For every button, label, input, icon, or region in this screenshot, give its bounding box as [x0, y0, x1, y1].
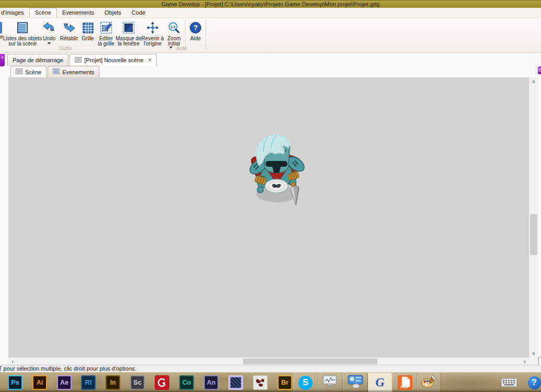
grid-icon	[82, 20, 94, 35]
help-icon: ?	[189, 20, 202, 35]
origin-crosshair-icon	[146, 20, 159, 35]
touch-keyboard-icon[interactable]	[501, 375, 517, 390]
scrollbar-corner	[529, 358, 538, 365]
taskbar-reflow-icon[interactable]: Rf	[81, 375, 96, 390]
undo-arrow-icon	[42, 20, 56, 35]
taskbar-monitor-button[interactable]	[318, 373, 342, 392]
taskbar-scout-icon[interactable]: Sc	[130, 375, 145, 390]
control-panel-icon	[347, 374, 364, 391]
scene-icon	[16, 68, 22, 75]
ribbon-group-help-label: Aide	[166, 45, 197, 51]
window-title-bar[interactable]: Game Develop - [Projet] C:\Users\nyaky\P…	[0, 0, 541, 8]
return-origin-button[interactable]: Revenir à l'origine	[141, 19, 164, 50]
ribbon-tab-objects[interactable]: Objets	[99, 8, 126, 17]
horizontal-scrollbar-thumb[interactable]	[243, 359, 377, 364]
scene-canvas[interactable]	[8, 77, 529, 358]
collapsed-panel-tab[interactable]: E	[538, 66, 541, 74]
taskbar-gdevelop-button[interactable]: G	[368, 373, 392, 392]
editor-sub-tab-bar: Scène Evenements	[10, 66, 100, 77]
paint-palette-icon	[421, 374, 438, 391]
status-bar: T pour sélection multiple, clic droit po…	[0, 365, 541, 372]
taskbar-inspect-icon[interactable]: In	[106, 375, 120, 390]
taskbar-aftereffects-icon[interactable]: Ae	[57, 375, 72, 390]
subtab-events[interactable]: Evenements	[48, 66, 99, 77]
scroll-right-icon[interactable]: ›	[521, 358, 529, 365]
workspace: × E Page de démarrage [Projet] Nouvelle …	[0, 53, 541, 365]
close-icon: ×	[1, 55, 4, 60]
subtab-scene[interactable]: Scène	[10, 66, 47, 77]
tab-project-scene[interactable]: [Projet] Nouvelle scène ×	[70, 54, 157, 66]
window-mask-button[interactable]: Masque de la fenêtre	[116, 19, 141, 50]
pdf-icon: PDF	[398, 375, 412, 390]
ribbon-tab-code[interactable]: Code	[126, 8, 151, 17]
skype-icon: S	[298, 376, 313, 390]
scroll-left-icon[interactable]: ‹	[8, 358, 17, 365]
tab-close-icon[interactable]: ×	[148, 57, 152, 63]
redo-arrow-icon	[62, 20, 76, 35]
taskbar-edgecode-icon[interactable]: Co	[179, 375, 194, 390]
ribbon-tab-scene[interactable]: Scène	[29, 8, 57, 18]
taskbar-animate-icon[interactable]: An	[204, 375, 218, 390]
tab-start-page[interactable]: Page de démarrage	[7, 54, 68, 66]
cut-off-icon	[0, 22, 2, 33]
taskbar-pdf-button[interactable]: PDF	[393, 373, 417, 392]
ribbon-toolbar: e Listes des objets sur la scène Undo Ré…	[0, 17, 541, 53]
ribbon-tab-events[interactable]: Evenements	[57, 8, 99, 17]
partial-ribbon-button[interactable]: e	[0, 19, 5, 50]
document-tab-bar: Page de démarrage [Projet] Nouvelle scèn…	[7, 54, 158, 66]
ribbon-tab-strip: d'images Scène Evenements Objets Code	[0, 8, 541, 17]
edit-grid-icon	[100, 20, 112, 35]
events-list-icon	[53, 68, 60, 75]
warrior-sprite[interactable]	[245, 131, 307, 209]
ribbon-group-tools-label: Outils	[47, 45, 84, 51]
undo-dropdown-arrow-icon[interactable]	[48, 42, 51, 44]
ribbon-separator	[205, 20, 206, 49]
taskbar-photoshop-icon[interactable]: Ps	[8, 375, 22, 390]
status-message: T pour sélection multiple, clic droit po…	[0, 365, 136, 372]
edit-grid-button[interactable]: Editer la grille	[96, 19, 116, 50]
objects-list-button[interactable]: Listes des objets sur la scène	[5, 19, 40, 50]
windows-taskbar: Ps Ai Ae Rf In Sc Co An Br S	[0, 372, 541, 392]
scroll-up-icon[interactable]: ∧	[529, 77, 538, 86]
taskbar-illustrator-icon[interactable]: Ai	[32, 375, 47, 390]
horizontal-scrollbar[interactable]: ‹ ›	[8, 358, 529, 365]
vertical-scrollbar-thumb[interactable]	[530, 214, 537, 255]
ribbon-separator	[185, 20, 186, 49]
ribbon-tab-images[interactable]: d'images	[0, 8, 29, 17]
docked-panel-close-tab[interactable]: ×	[0, 54, 5, 66]
svg-text:1:1: 1:1	[170, 25, 176, 29]
taskbar-control-panel-button[interactable]	[343, 373, 367, 392]
performance-monitor-icon	[322, 374, 339, 391]
taskbar-utility-icon[interactable]	[253, 375, 268, 390]
scene-file-icon	[75, 57, 82, 64]
taskbar-skype-button[interactable]: S	[293, 373, 318, 392]
taskbar-paint-button[interactable]	[417, 373, 441, 392]
taskbar-bridge-icon[interactable]: Br	[278, 375, 292, 390]
scroll-down-icon[interactable]: ∨	[529, 349, 538, 358]
zoom-1-1-icon: 1:1	[168, 20, 180, 35]
taskbar-help-icon[interactable]: ?	[527, 375, 541, 390]
taskbar-gaming-sdk-icon[interactable]	[228, 375, 243, 390]
object-list-icon	[16, 20, 29, 35]
taskbar-creative-cloud-icon[interactable]	[155, 375, 169, 390]
window-title: Game Develop - [Projet] C:\Users\nyaky\P…	[162, 1, 380, 7]
gdevelop-icon: G	[375, 376, 386, 389]
game-develop-window: Game Develop - [Projet] C:\Users\nyaky\P…	[0, 0, 541, 392]
window-mask-icon	[122, 20, 135, 35]
vertical-scrollbar[interactable]: ∧ ∨	[529, 77, 538, 358]
svg-text:?: ?	[193, 24, 198, 32]
